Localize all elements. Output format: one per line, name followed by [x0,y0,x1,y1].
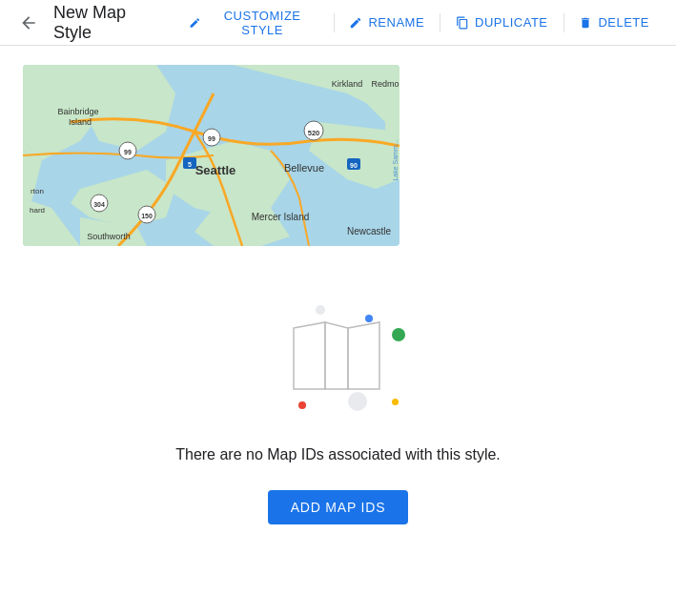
svg-text:Newcastle: Newcastle [347,226,392,236]
page-title: New Map Style [53,3,166,43]
svg-text:Seattle: Seattle [195,163,236,177]
main-content: 99 5 99 520 90 304 150 Bainbridge Island… [0,46,676,563]
svg-marker-39 [294,322,325,389]
duplicate-icon [456,16,469,30]
dot-gray-small [316,305,325,315]
svg-text:304: 304 [93,201,105,208]
svg-text:Bellevue: Bellevue [284,162,324,174]
svg-marker-41 [348,322,379,389]
folded-map-icon [289,320,384,397]
pencil-icon [189,16,201,30]
empty-message: There are no Map IDs associated with thi… [175,446,501,463]
separator-3 [563,13,564,32]
duplicate-button[interactable]: DUPLICATE [444,10,560,35]
svg-marker-40 [325,322,348,389]
map-thumbnail: 99 5 99 520 90 304 150 Bainbridge Island… [23,65,399,246]
dot-yellow [392,399,399,405]
customize-label: CUSTOMIZE STYLE [207,9,318,37]
svg-text:Bainbridge: Bainbridge [57,107,98,116]
svg-text:hard: hard [30,206,45,215]
add-map-ids-button[interactable]: ADD MAP IDS [268,490,409,524]
map-illustration [262,294,415,427]
svg-text:Island: Island [69,117,92,127]
separator-1 [334,13,335,32]
rename-button[interactable]: RENAME [338,10,436,35]
svg-text:99: 99 [124,149,132,155]
svg-text:Kirkland: Kirkland [332,79,363,89]
svg-text:90: 90 [350,162,358,169]
delete-button[interactable]: DELETE [567,10,661,35]
dot-red [298,401,306,409]
delete-label: DELETE [598,15,649,30]
svg-text:Mercer Island: Mercer Island [252,212,310,222]
svg-text:5: 5 [188,161,192,168]
back-button[interactable] [15,10,42,36]
empty-state: There are no Map IDs associated with thi… [23,275,653,544]
rename-icon [349,16,362,30]
header-actions: CUSTOMIZE STYLE RENAME DUPLICATE DELETE [177,3,661,43]
svg-text:520: 520 [308,129,320,137]
svg-text:Redmond: Redmond [371,79,399,89]
svg-text:150: 150 [141,213,153,219]
dot-green [392,328,405,341]
delete-icon [579,16,592,30]
customize-button[interactable]: CUSTOMIZE STYLE [177,3,330,43]
svg-text:Lake Samm...: Lake Samm... [392,139,399,180]
svg-text:99: 99 [208,135,215,142]
svg-text:rton: rton [31,187,44,195]
svg-text:Southworth: Southworth [87,232,131,241]
header: New Map Style CUSTOMIZE STYLE RENAME DUP… [0,0,676,46]
separator-2 [440,13,440,32]
rename-label: RENAME [368,15,424,30]
duplicate-label: DUPLICATE [475,15,548,30]
